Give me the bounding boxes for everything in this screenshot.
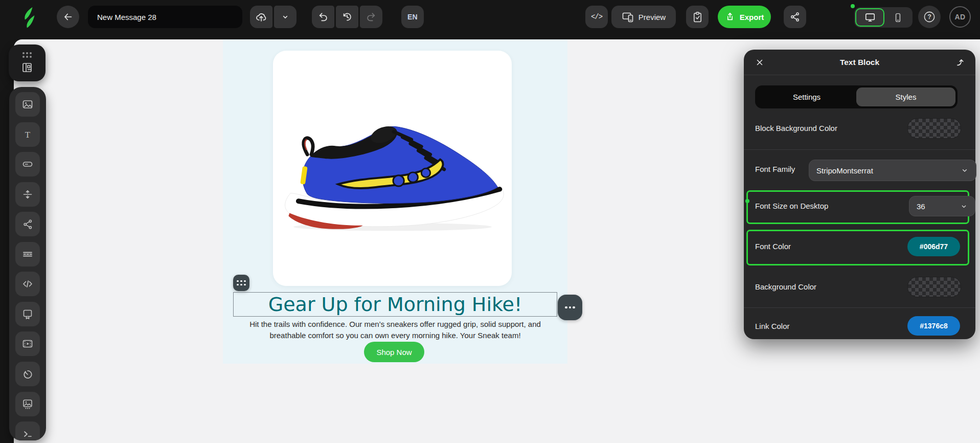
drag-dots-icon (22, 52, 32, 58)
block-drag-handle[interactable] (233, 275, 249, 291)
language-label: EN (407, 13, 418, 21)
text-icon: T (21, 128, 34, 141)
email-paragraph[interactable]: Hit the trails with confidence. Our men’… (235, 319, 555, 341)
block-banner-button[interactable] (15, 302, 40, 326)
block-terminal-button[interactable] (15, 422, 40, 440)
device-view-toggle (854, 7, 913, 28)
desktop-icon (864, 12, 876, 23)
font-family-label: Font Family (755, 165, 795, 173)
button-pill-icon (21, 158, 34, 170)
email-paragraph-line2: breathable comfort so you can own every … (235, 330, 555, 341)
panel-title: Text Block (744, 58, 975, 67)
terminal-icon (21, 428, 34, 440)
cloud-upload-icon (255, 11, 267, 23)
avatar-initials: AD (954, 13, 965, 21)
export-icon (725, 12, 735, 22)
arrow-left-icon (62, 11, 74, 23)
link-color-label: Link Color (755, 322, 790, 330)
block-html-button[interactable] (15, 272, 40, 296)
timer-icon (21, 368, 34, 380)
email-body-area[interactable]: Gear Up for Morning Hike! Hit the trails… (223, 39, 567, 364)
top-bar: EN </> Preview Export (0, 0, 980, 36)
block-divider-button[interactable] (15, 242, 40, 267)
block-social-button[interactable] (15, 212, 40, 236)
block-text-button[interactable]: T (15, 122, 40, 147)
font-color-swatch[interactable]: #006d77 (907, 237, 960, 256)
share-nodes-icon (789, 11, 801, 23)
font-size-value: 36 (917, 202, 925, 211)
tab-settings[interactable]: Settings (757, 87, 856, 106)
shop-now-button[interactable]: Shop Now (364, 342, 424, 362)
version-history-icon (341, 11, 353, 23)
font-family-dropdown[interactable]: StripoMontserrat (809, 160, 976, 181)
preview-label: Preview (639, 13, 666, 21)
drag-dots-icon (237, 280, 246, 286)
share-nodes-icon (22, 218, 34, 230)
link-color-value: #1376c8 (920, 322, 948, 330)
app-window: EN </> Preview Export (0, 0, 980, 443)
video-icon (21, 338, 34, 350)
code-editor-button[interactable]: </> (585, 6, 608, 28)
history-button[interactable] (336, 6, 358, 28)
export-button[interactable]: Export (718, 6, 771, 28)
mobile-view-button[interactable] (884, 8, 911, 27)
question-icon: ? (923, 10, 936, 24)
panel-go-to-parent-button[interactable] (952, 55, 968, 70)
stripo-logo-icon[interactable] (21, 7, 37, 29)
arrow-up-level-icon (955, 57, 965, 68)
text-block-settings-panel: Text Block Settings Styles Block Backgro… (744, 50, 975, 339)
clipboard-check-icon (692, 11, 703, 23)
email-paragraph-line1: Hit the trails with confidence. Our men’… (235, 319, 555, 330)
code-icon (21, 278, 34, 290)
block-video-button[interactable] (15, 331, 40, 356)
svg-text:T: T (25, 130, 31, 140)
device-notification-dot (851, 4, 855, 8)
desktop-view-button[interactable] (855, 8, 884, 27)
divider-icon (21, 248, 34, 260)
font-size-indicator-dot (745, 199, 749, 203)
language-button[interactable]: EN (401, 6, 424, 28)
block-image-button[interactable] (15, 92, 40, 117)
message-title-input[interactable] (88, 6, 242, 28)
selected-text-block[interactable]: Gear Up for Morning Hike! (233, 292, 557, 317)
back-button[interactable] (57, 6, 79, 28)
sneaker-image (279, 107, 507, 235)
avatar[interactable]: AD (949, 6, 971, 28)
checklist-button[interactable] (686, 6, 709, 28)
tab-styles[interactable]: Styles (856, 87, 955, 106)
image-icon (21, 98, 34, 110)
font-color-value: #006d77 (920, 242, 948, 251)
image-block[interactable] (273, 51, 512, 286)
svg-text:?: ? (927, 13, 931, 20)
structures-panel-button[interactable] (9, 45, 45, 81)
block-background-color-swatch[interactable] (907, 118, 961, 139)
link-color-swatch[interactable]: #1376c8 (907, 316, 960, 336)
carousel-icon (21, 398, 34, 410)
chevron-down-icon (960, 203, 968, 210)
block-button-button[interactable] (15, 152, 40, 176)
spacer-icon (21, 188, 34, 201)
share-button[interactable] (784, 6, 806, 28)
block-timer-button[interactable] (15, 362, 40, 386)
save-to-cloud-button[interactable] (250, 6, 272, 28)
save-options-button[interactable] (274, 6, 297, 28)
undo-button[interactable] (312, 6, 334, 28)
font-size-dropdown[interactable]: 36 (909, 196, 975, 216)
help-button[interactable]: ? (918, 6, 941, 28)
block-background-color-label: Block Background Color (755, 124, 837, 132)
panel-tabs: Settings Styles (755, 85, 958, 108)
devices-icon (622, 11, 634, 23)
export-label: Export (740, 13, 764, 21)
structures-icon (20, 61, 34, 74)
preview-button[interactable]: Preview (611, 6, 676, 28)
background-color-swatch[interactable] (907, 277, 961, 297)
background-color-label: Background Color (755, 282, 816, 291)
font-family-value: StripoMontserrat (816, 166, 873, 175)
redo-button[interactable] (360, 6, 382, 28)
block-options-button[interactable] (558, 295, 582, 320)
ellipsis-icon (565, 306, 567, 309)
block-carousel-button[interactable] (15, 392, 40, 416)
redo-icon (366, 11, 377, 23)
shop-now-label: Shop Now (376, 348, 412, 357)
block-spacer-button[interactable] (15, 182, 40, 207)
